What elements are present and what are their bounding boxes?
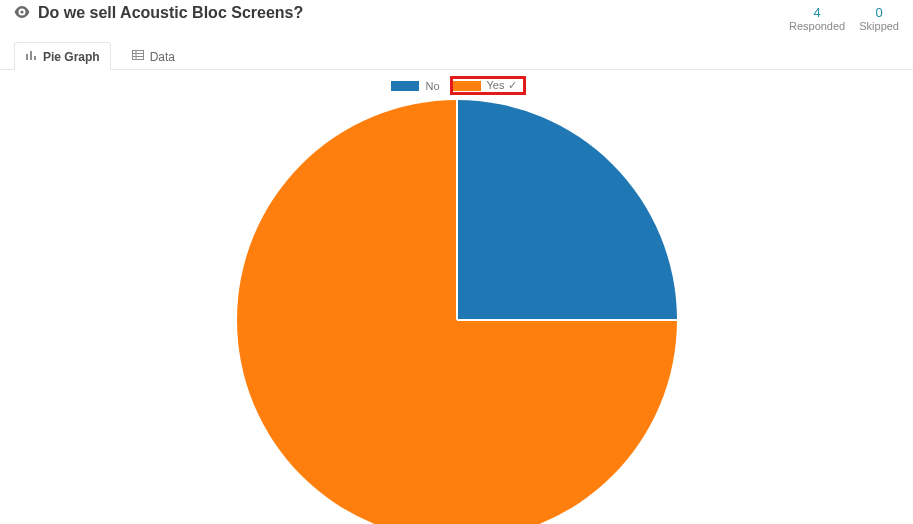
legend-swatch-yes (453, 81, 481, 91)
legend-swatch-no (391, 81, 419, 91)
stat-skipped-label: Skipped (859, 20, 899, 32)
tab-data[interactable]: Data (121, 42, 186, 70)
tab-pie-graph[interactable]: Pie Graph (14, 42, 111, 70)
pie-seam-horizontal (457, 319, 677, 321)
legend-item-no[interactable]: No (387, 78, 443, 94)
stat-skipped[interactable]: 0 Skipped (859, 6, 899, 32)
svg-point-0 (20, 10, 23, 13)
svg-rect-1 (26, 54, 28, 60)
view-tabs: Pie Graph Data (0, 40, 913, 70)
chart-area: No Yes ✓ (0, 70, 913, 524)
pie-seam-vertical (456, 100, 458, 320)
survey-question-panel: Do we sell Acoustic Bloc Screens? 4 Resp… (0, 0, 913, 524)
pie-chart-wrap (237, 100, 677, 524)
pie-chart[interactable] (237, 100, 677, 524)
question-header: Do we sell Acoustic Bloc Screens? 4 Resp… (0, 0, 913, 40)
table-icon (132, 49, 144, 64)
svg-rect-4 (132, 51, 143, 60)
stat-responded-value: 4 (789, 6, 845, 20)
stat-responded-label: Responded (789, 20, 845, 32)
tab-pie-graph-label: Pie Graph (43, 50, 100, 64)
legend-label-yes: Yes ✓ (487, 79, 517, 92)
svg-rect-3 (34, 56, 36, 60)
bar-chart-icon (25, 49, 37, 64)
eye-icon (14, 6, 30, 20)
stat-skipped-value: 0 (859, 6, 899, 20)
question-title-wrap: Do we sell Acoustic Bloc Screens? (14, 4, 303, 22)
question-title: Do we sell Acoustic Bloc Screens? (38, 4, 303, 22)
tab-data-label: Data (150, 50, 175, 64)
chart-legend: No Yes ✓ (0, 76, 913, 95)
legend-label-no: No (425, 80, 439, 92)
stat-responded[interactable]: 4 Responded (789, 6, 845, 32)
response-stats: 4 Responded 0 Skipped (789, 4, 899, 32)
legend-item-yes[interactable]: Yes ✓ (450, 76, 526, 95)
svg-rect-2 (30, 51, 32, 60)
